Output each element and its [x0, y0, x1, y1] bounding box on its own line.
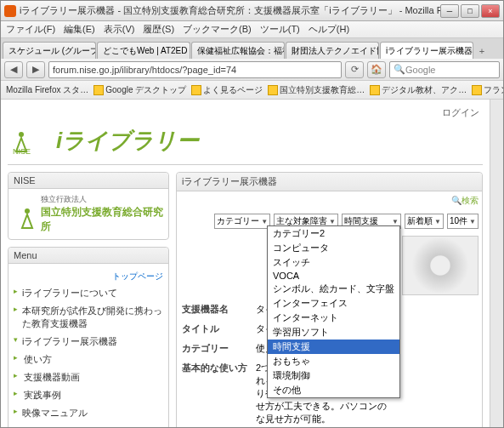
- nise-link[interactable]: 国立特別支援教育総合研究所: [41, 205, 163, 234]
- menu-item[interactable]: iライブラリーについて: [14, 284, 163, 302]
- tab-4[interactable]: iライブラリー展示機器 …×: [380, 42, 473, 59]
- bookmark-item[interactable]: よく見るページ: [191, 84, 263, 96]
- sort-select[interactable]: 新着順▼: [405, 214, 444, 229]
- category-select[interactable]: カテゴリー▼: [214, 214, 270, 229]
- minimize-button[interactable]: ─: [440, 4, 459, 18]
- support-dropdown[interactable]: カテゴリー2 コンピュータ スイッチ VOCA シンボル、絵カード、文字盤 イン…: [267, 225, 400, 398]
- menu-bar: ファイル(F) 編集(E) 表示(V) 履歴(S) ブックマーク(B) ツール(…: [1, 21, 503, 38]
- menu-item[interactable]: 支援機器動画: [14, 368, 163, 386]
- menu-item[interactable]: 本研究所が試作及び開発に携わった教育支援機器: [14, 302, 163, 333]
- vertical-scrollbar[interactable]: [490, 100, 503, 427]
- tab-2[interactable]: 保健福祉広報協会：福祉…×: [191, 42, 285, 59]
- search-input[interactable]: 🔍 Google: [389, 61, 500, 78]
- window-titlebar: iライブラリー展示機器 - 国立特別支援教育総合研究所：支援機器展示室「iライブ…: [1, 1, 503, 21]
- menu-item[interactable]: 映像マニュアル: [14, 404, 163, 422]
- tab-3[interactable]: 財団法人テクノエイド協会×: [286, 42, 379, 59]
- home-button[interactable]: 🏠: [367, 61, 386, 78]
- menu-help[interactable]: ヘルプ(H): [309, 23, 349, 36]
- tab-0[interactable]: スケジュール (グループ週…×: [3, 42, 96, 59]
- menu-file[interactable]: ファイル(F): [6, 23, 55, 36]
- reload-button[interactable]: ⟳: [345, 61, 364, 78]
- bookmark-item[interactable]: Mozilla Firefox スタ…: [6, 84, 88, 96]
- menu-item[interactable]: アンケート: [14, 422, 163, 427]
- bookmark-item[interactable]: Google デスクトップ: [93, 84, 186, 96]
- menu-view[interactable]: 表示(V): [104, 23, 135, 36]
- menu-edit[interactable]: 編集(E): [64, 23, 95, 36]
- firefox-icon: [4, 5, 16, 17]
- back-button[interactable]: ◀: [4, 61, 23, 78]
- menu-bookmarks[interactable]: ブックマーク(B): [183, 23, 252, 36]
- maximize-button[interactable]: □: [461, 4, 479, 18]
- results-box: iライブラリー展示機器 🔍検索 カテゴリー▼ 主な対象障害▼ 時間支援▼ 新着順…: [176, 172, 483, 427]
- login-link[interactable]: ログイン: [8, 105, 483, 121]
- count-select[interactable]: 10件▼: [447, 214, 479, 229]
- menu-item[interactable]: iライブラリー展示機器: [14, 333, 163, 351]
- bookmark-item[interactable]: デジタル教材、アク…: [370, 84, 467, 96]
- site-logo: NISE iライブラリー: [8, 121, 483, 165]
- menu-item[interactable]: 使い方: [14, 351, 163, 368]
- bookmarks-toolbar: Mozilla Firefox スタ… Google デスクトップ よく見るペー…: [1, 81, 503, 100]
- menu-item[interactable]: 実践事例: [14, 386, 163, 404]
- forward-button[interactable]: ▶: [26, 61, 45, 78]
- nise-box: NISE 独立行政法人 国立特別支援教育総合研究所: [8, 172, 169, 240]
- bookmark-item[interactable]: フランス: [472, 84, 503, 96]
- bookmark-item[interactable]: 国立特別支援教育総…: [268, 84, 365, 96]
- tab-1[interactable]: どこでもWeb | AT2ED : エ…×: [97, 42, 190, 59]
- nise-icon: [14, 204, 34, 225]
- search-icon[interactable]: 🔍検索: [451, 195, 479, 207]
- navigation-toolbar: ◀ ▶ forum.nise.go.jp/ilibrary/htdocs/?pa…: [1, 59, 503, 81]
- menu-history[interactable]: 履歴(S): [143, 23, 174, 36]
- tab-strip: スケジュール (グループ週…× どこでもWeb | AT2ED : エ…× 保健…: [1, 38, 503, 59]
- window-title: iライブラリー展示機器 - 国立特別支援教育総合研究所：支援機器展示室「iライブ…: [20, 4, 440, 17]
- close-button[interactable]: ×: [481, 4, 500, 18]
- toppage-link[interactable]: トップページ: [14, 269, 163, 284]
- menu-box: Menu トップページ iライブラリーについて 本研究所が試作及び開発に携わった…: [8, 247, 169, 427]
- url-input[interactable]: forum.nise.go.jp/ilibrary/htdocs/?page_i…: [48, 61, 342, 78]
- menu-tools[interactable]: ツール(T): [260, 23, 300, 36]
- page-content: ログイン NISE iライブラリー NISE 独立行政法人: [1, 100, 490, 427]
- item-thumbnail[interactable]: [402, 236, 479, 295]
- new-tab-button[interactable]: +: [474, 43, 490, 59]
